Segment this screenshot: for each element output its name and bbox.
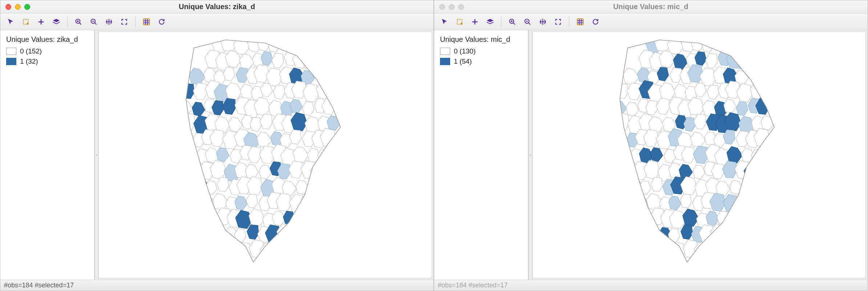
split-handle[interactable] [95, 30, 98, 280]
legend-title: Unique Values: mic_d [440, 35, 522, 44]
content-area: Unique Values: mic_d0 (130)1 (54) [434, 30, 867, 280]
titlebar[interactable]: Unique Values: zika_d [0, 0, 433, 13]
statusbar: #obs=184 #selected=17 [434, 280, 867, 291]
select-rect-button[interactable] [453, 15, 466, 28]
legend-title: Unique Values: zika_d [6, 35, 88, 44]
brush-link-button[interactable] [140, 15, 153, 28]
layers-button[interactable] [484, 15, 497, 28]
fit-button[interactable] [118, 15, 131, 28]
zoom-in-button[interactable] [506, 15, 519, 28]
legend-swatch [6, 48, 16, 55]
zoom-out-button[interactable] [521, 15, 534, 28]
window-right: Unique Values: mic_dUnique Values: mic_d… [434, 0, 868, 291]
toolbar-separator [501, 16, 501, 27]
svg-point-1 [27, 23, 29, 24]
legend-label: 1 (32) [20, 57, 38, 65]
reset-button[interactable] [589, 15, 602, 28]
toolbar-separator [135, 16, 136, 27]
choropleth-svg[interactable] [533, 32, 865, 278]
select-rect-button[interactable] [19, 15, 32, 28]
status-text: #obs=184 #selected=17 [4, 282, 74, 289]
svg-rect-4 [144, 19, 150, 25]
window-controls [5, 4, 30, 10]
legend-swatch [6, 58, 16, 65]
map-canvas[interactable] [532, 32, 866, 278]
legend-item[interactable]: 1 (32) [6, 57, 88, 65]
legend-pane: Unique Values: mic_d0 (130)1 (54) [434, 30, 529, 280]
maximize-button[interactable] [458, 4, 464, 10]
legend-item[interactable]: 0 (152) [6, 47, 88, 55]
legend-label: 0 (152) [20, 47, 42, 55]
pan-button[interactable] [536, 15, 549, 28]
titlebar[interactable]: Unique Values: mic_d [434, 0, 867, 13]
legend-swatch [440, 58, 450, 65]
maximize-button[interactable] [24, 4, 30, 10]
zoom-out-button[interactable] [87, 15, 100, 28]
add-button[interactable] [35, 15, 48, 28]
content-area: Unique Values: zika_d0 (152)1 (32) [0, 30, 433, 280]
fit-button[interactable] [552, 15, 565, 28]
toolbar-separator [569, 16, 569, 27]
map-canvas[interactable] [98, 32, 432, 278]
legend-pane: Unique Values: zika_d0 (152)1 (32) [0, 30, 95, 280]
pan-button[interactable] [102, 15, 116, 28]
legend-item[interactable]: 0 (130) [440, 47, 522, 55]
window-controls [439, 4, 464, 10]
reset-button[interactable] [155, 15, 168, 28]
zoom-in-button[interactable] [72, 15, 85, 28]
layers-button[interactable] [50, 15, 63, 28]
status-text: #obs=184 #selected=17 [438, 282, 508, 289]
statusbar: #obs=184 #selected=17 [0, 280, 433, 291]
svg-point-6 [461, 23, 463, 24]
minimize-button[interactable] [15, 4, 21, 10]
pointer-button[interactable] [438, 15, 451, 28]
brush-link-button[interactable] [574, 15, 587, 28]
window-title: Unique Values: mic_d [613, 3, 689, 11]
window-left: Unique Values: zika_dUnique Values: zika… [0, 0, 434, 291]
split-handle[interactable] [529, 30, 532, 280]
legend-label: 0 (130) [454, 47, 476, 55]
close-button[interactable] [439, 4, 445, 10]
close-button[interactable] [5, 4, 11, 10]
svg-rect-9 [577, 19, 584, 25]
toolbar-separator [67, 16, 68, 27]
pointer-button[interactable] [4, 15, 17, 28]
minimize-button[interactable] [449, 4, 455, 10]
toolbar [434, 13, 867, 30]
legend-swatch [440, 48, 450, 55]
legend-label: 1 (54) [454, 57, 472, 65]
toolbar [0, 13, 433, 30]
choropleth-svg[interactable] [99, 32, 432, 278]
add-button[interactable] [468, 15, 481, 28]
legend-item[interactable]: 1 (54) [440, 57, 522, 65]
window-title: Unique Values: zika_d [179, 3, 255, 11]
